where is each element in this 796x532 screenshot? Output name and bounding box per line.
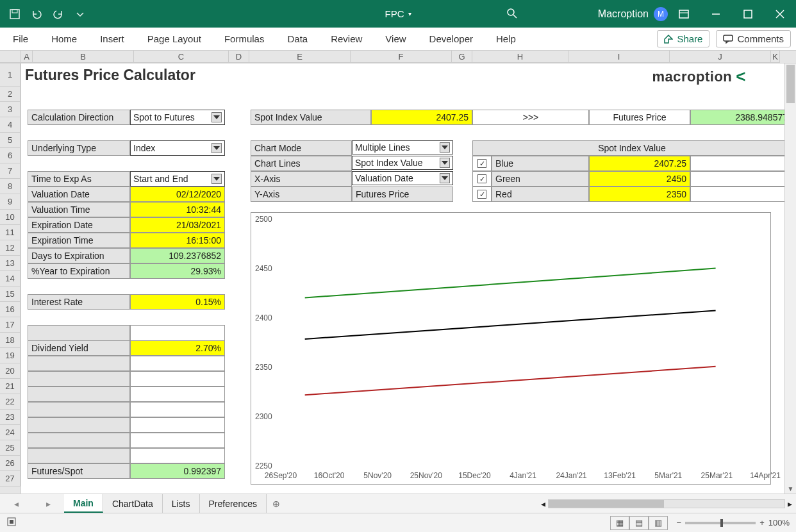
account-name[interactable]: Macroption M: [598, 0, 668, 28]
undo-icon[interactable]: [26, 4, 47, 24]
chk-red-wrap[interactable]: [472, 187, 492, 202]
row-headers[interactable]: 1234567891011121314151617181920212223242…: [0, 63, 21, 494]
maximize-icon[interactable]: [732, 0, 764, 28]
blank-label[interactable]: [28, 433, 130, 448]
tab-home[interactable]: Home: [49, 28, 79, 49]
scroll-thumb[interactable]: [786, 65, 795, 103]
save-icon[interactable]: [4, 4, 26, 24]
tab-file[interactable]: File: [10, 28, 31, 49]
ir-value[interactable]: 0.15%: [130, 294, 225, 310]
document-title[interactable]: FPC ▾: [385, 8, 411, 19]
blank-label[interactable]: [28, 371, 130, 387]
blank-value[interactable]: [130, 448, 225, 463]
green-extra[interactable]: [690, 171, 792, 187]
minimize-icon[interactable]: [700, 0, 732, 28]
chart-mode-dropdown[interactable]: Multiple Lines: [352, 140, 453, 154]
chk-green-wrap[interactable]: [472, 171, 492, 187]
calc-dir-dropdown[interactable]: Spot to Futures: [130, 110, 225, 125]
blank-value[interactable]: [130, 371, 225, 387]
checkbox-blue[interactable]: [477, 159, 486, 168]
tab-page-layout[interactable]: Page Layout: [145, 28, 204, 49]
blank-label[interactable]: [28, 417, 130, 433]
qat-customize-icon[interactable]: [69, 4, 91, 24]
vertical-scrollbar[interactable]: ▲ ▼: [784, 63, 796, 494]
pct-year-label: %Year to Expiration: [28, 263, 130, 279]
blank-value[interactable]: [130, 402, 225, 417]
zoom-out-icon[interactable]: −: [677, 518, 682, 528]
div-value[interactable]: 2.70%: [130, 340, 225, 356]
series-header: Spot Index Value: [472, 140, 792, 156]
zoom-slider[interactable]: [685, 522, 756, 524]
chart-lines-dropdown[interactable]: Spot Index Value: [352, 156, 453, 170]
underlying-type-dropdown[interactable]: Index: [130, 140, 225, 156]
tab-view[interactable]: View: [383, 28, 408, 49]
blank-label[interactable]: [28, 402, 130, 417]
view-page-layout-icon[interactable]: ▤: [629, 516, 649, 530]
valuation-date-value[interactable]: 02/12/2020: [130, 187, 225, 202]
spreadsheet-grid[interactable]: Futures Price Calculator macroption< Spo…: [21, 63, 784, 494]
comments-button[interactable]: Comments: [716, 30, 791, 47]
sheet-tab-main[interactable]: Main: [64, 494, 103, 513]
ribbon-display-icon[interactable]: [668, 0, 700, 28]
tab-nav-first-icon[interactable]: ◂: [0, 494, 32, 513]
blue-extra[interactable]: [690, 156, 792, 171]
view-normal-icon[interactable]: ▦: [610, 516, 629, 530]
valuation-time-value[interactable]: 10:32:44: [130, 202, 225, 217]
blank-value[interactable]: [130, 387, 225, 402]
blue-value[interactable]: 2407.25: [589, 156, 690, 171]
expiration-date-value[interactable]: 21/03/2021: [130, 217, 225, 233]
spot-value[interactable]: 2407.25: [371, 110, 472, 125]
tte-dropdown[interactable]: Start and End: [130, 171, 225, 187]
blank-label[interactable]: [28, 356, 130, 371]
chart[interactable]: 22502300235024002450250026Sep'2016Oct'20…: [251, 212, 771, 485]
column-headers[interactable]: A B C D E F G H I J K: [0, 51, 796, 63]
blank-label[interactable]: [28, 387, 130, 402]
tab-data[interactable]: Data: [285, 28, 310, 49]
blank-value[interactable]: [130, 433, 225, 448]
expiration-time-value[interactable]: 16:15:00: [130, 233, 225, 248]
blank-17[interactable]: [28, 325, 130, 340]
tab-help[interactable]: Help: [493, 28, 518, 49]
tab-review[interactable]: Review: [328, 28, 365, 49]
blank-17v[interactable]: [130, 325, 225, 340]
sheet-tab-lists[interactable]: Lists: [163, 494, 200, 513]
sheet-tab-bar: ◂ ▸ MainChartDataListsPreferences ⊕ ◂▸: [0, 494, 796, 513]
new-sheet-icon[interactable]: ⊕: [267, 494, 286, 513]
tab-developer[interactable]: Developer: [427, 28, 476, 49]
chk-blue-wrap[interactable]: [472, 156, 492, 171]
view-page-break-icon[interactable]: ▥: [649, 516, 668, 530]
fs-value: 0.992397: [130, 463, 225, 479]
select-all-corner[interactable]: [0, 51, 21, 63]
checkbox-green[interactable]: [477, 174, 486, 183]
blank-label[interactable]: [28, 448, 130, 463]
share-button[interactable]: Share: [657, 30, 709, 47]
valuation-time-label: Valuation Time: [28, 202, 130, 217]
close-icon[interactable]: [764, 0, 796, 28]
chart-mode-label: Chart Mode: [251, 140, 352, 156]
green-value[interactable]: 2450: [589, 171, 690, 187]
sheet-tab-chartdata[interactable]: ChartData: [103, 494, 163, 513]
red-extra[interactable]: [690, 187, 792, 202]
scroll-down-icon[interactable]: ▼: [785, 483, 796, 494]
days-exp-label: Days to Expiration: [28, 248, 130, 263]
page-title: Futures Price Calculator: [25, 67, 195, 84]
xaxis-dropdown[interactable]: Valuation Date: [352, 171, 453, 185]
zoom-control[interactable]: − + 100%: [677, 518, 790, 528]
sheet-tab-preferences[interactable]: Preferences: [200, 494, 267, 513]
y-tick: 2500: [255, 215, 272, 224]
zoom-level[interactable]: 100%: [768, 518, 790, 528]
fs-label: Futures/Spot: [28, 463, 130, 479]
blank-value[interactable]: [130, 356, 225, 371]
search-icon[interactable]: [506, 8, 518, 19]
record-macro-icon[interactable]: [6, 517, 17, 529]
horizontal-scrollbar[interactable]: ◂▸: [537, 494, 796, 513]
blank-value[interactable]: [130, 417, 225, 433]
tab-nav-last-icon[interactable]: ▸: [32, 494, 64, 513]
zoom-in-icon[interactable]: +: [759, 518, 765, 528]
redo-icon[interactable]: [47, 4, 69, 24]
chart-lines-label: Chart Lines: [251, 156, 352, 171]
checkbox-red[interactable]: [477, 190, 486, 199]
tab-formulas[interactable]: Formulas: [222, 28, 267, 49]
red-value[interactable]: 2350: [589, 187, 690, 202]
tab-insert[interactable]: Insert: [97, 28, 127, 49]
